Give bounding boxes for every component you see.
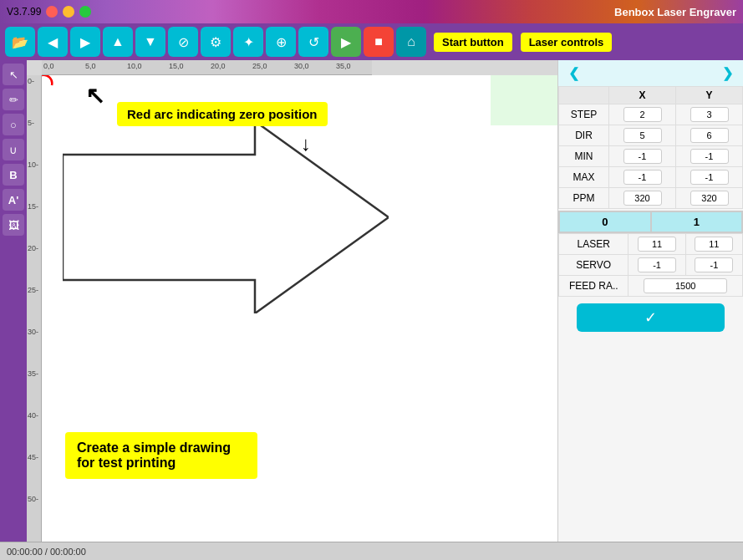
up-button[interactable]: ▲	[103, 27, 133, 57]
start-annotation: Start button	[434, 33, 512, 52]
pen-tool-button[interactable]: ✏	[3, 89, 24, 110]
step-y-input[interactable]	[690, 107, 729, 122]
ppm-label: PPM	[559, 188, 609, 209]
step-row: STEP	[559, 104, 743, 125]
play-button[interactable]: ▶	[331, 27, 361, 57]
ppm-x-cell	[609, 188, 676, 209]
laser-tab-1[interactable]: 1	[651, 211, 743, 232]
maximize-button[interactable]	[79, 6, 91, 18]
statusbar: 00:00:00 / 00:00:00	[0, 542, 743, 560]
arrow-drawing	[63, 121, 389, 313]
open-button[interactable]: 📂	[5, 27, 35, 57]
laser-y-input[interactable]	[695, 237, 733, 252]
left-toolbar: ↖ ✏ ○ ∪ B A' 🖼	[0, 60, 27, 542]
toolbar-annotations: Start button Laser controls	[430, 33, 612, 52]
laser-tab-0[interactable]: 0	[559, 211, 651, 232]
servo-x-cell	[628, 255, 685, 276]
zero-position-annotation: Red arc indicating zero position	[117, 102, 328, 126]
stop-button[interactable]: ■	[364, 27, 394, 57]
laser-parameters-table: LASER SERVO FEED RA..	[558, 233, 743, 297]
toolbar: 📂 ◀ ▶ ▲ ▼ ⊘ ⚙ ✦ ⊕ ↺ ▶ ■ ⌂ Start button L…	[0, 23, 743, 60]
settings2-button[interactable]: ✦	[233, 27, 263, 57]
feed-rate-label: FEED RA..	[559, 276, 628, 297]
laser-row: LASER	[559, 234, 743, 255]
zero-position-arc	[42, 75, 60, 94]
prev-button[interactable]: ◀	[38, 27, 68, 57]
ruler-v-10: 10-	[28, 160, 38, 169]
col-x-header: X	[609, 87, 676, 104]
ruler-v-20: 20-	[28, 244, 38, 252]
laser-tabs-row: 0 1	[558, 211, 743, 233]
ruler-h-0: 0,0	[43, 62, 54, 70]
ruler-v-30: 30-	[28, 328, 38, 336]
curve-tool-button[interactable]: ∪	[3, 139, 24, 160]
cancel-button[interactable]: ⊘	[168, 27, 198, 57]
max-x-input[interactable]	[623, 170, 662, 185]
nav-right-button[interactable]: ❯	[722, 65, 733, 81]
titlebar-left: V3.7.99	[7, 6, 91, 18]
ppm-x-input[interactable]	[623, 191, 662, 206]
circle-tool-button[interactable]: ○	[3, 114, 24, 135]
ruler-h-10: 10,0	[127, 62, 142, 70]
ruler-v-0: 0-	[28, 77, 34, 85]
confirm-button[interactable]: ✓	[577, 303, 725, 332]
servo-x-input[interactable]	[638, 257, 676, 272]
home-button[interactable]: ⌂	[396, 27, 426, 57]
ruler-v-45: 45-	[28, 453, 38, 461]
settings1-button[interactable]: ⚙	[201, 27, 231, 57]
minimize-button[interactable]	[63, 6, 74, 18]
max-y-input[interactable]	[690, 170, 729, 185]
ruler-v-35: 35-	[28, 369, 38, 378]
svg-marker-0	[63, 121, 389, 313]
down-button[interactable]: ▼	[135, 27, 165, 57]
dir-y-input[interactable]	[690, 128, 729, 143]
max-y-cell	[676, 167, 743, 188]
ruler-h-35: 35,0	[336, 62, 351, 70]
servo-y-cell	[685, 255, 742, 276]
select-tool-button[interactable]: ↖	[3, 64, 24, 85]
canvas-drawing-area[interactable]: Red arc indicating zero position ↖ ↓ Cre…	[42, 75, 557, 542]
center-button[interactable]: ⊕	[266, 27, 296, 57]
feed-rate-row: FEED RA..	[559, 276, 743, 297]
max-x-cell	[609, 167, 676, 188]
ruler-v-15: 15-	[28, 202, 38, 211]
min-row: MIN	[559, 146, 743, 167]
repeat-button[interactable]: ↺	[298, 27, 328, 57]
step-y-cell	[676, 104, 743, 125]
parameters-table: X Y STEP DIR MIN	[558, 86, 743, 209]
panel-nav: ❮ ❯	[558, 60, 743, 86]
time-display: 00:00:00 / 00:00:00	[7, 547, 86, 557]
feed-rate-cell	[628, 276, 743, 297]
step-x-input[interactable]	[623, 107, 662, 122]
main-area: ↖ ✏ ○ ∪ B A' 🖼 0,0 5,0 10,0 15,0 20,0 25…	[0, 60, 743, 542]
ruler-vertical: 0- 5- 10- 15- 20- 25- 30- 35- 40- 45- 50…	[27, 75, 42, 542]
min-x-cell	[609, 146, 676, 167]
feed-rate-input[interactable]	[644, 278, 727, 293]
dir-label: DIR	[559, 125, 609, 146]
laser-label: LASER	[559, 234, 628, 255]
close-button[interactable]	[46, 6, 58, 18]
min-y-cell	[676, 146, 743, 167]
image-tool-button[interactable]: 🖼	[3, 214, 24, 236]
ruler-h-5: 5,0	[85, 62, 96, 70]
a-tool-button[interactable]: A'	[3, 189, 24, 211]
ppm-row: PPM	[559, 188, 743, 209]
nav-left-button[interactable]: ❮	[568, 65, 579, 81]
ppm-y-input[interactable]	[690, 191, 729, 206]
min-y-input[interactable]	[690, 149, 729, 164]
laser-annotation: Laser controls	[521, 33, 613, 52]
next-button[interactable]: ▶	[70, 27, 100, 57]
dir-row: DIR	[559, 125, 743, 146]
max-row: MAX	[559, 167, 743, 188]
dir-x-input[interactable]	[623, 128, 662, 143]
b-tool-button[interactable]: B	[3, 164, 24, 186]
app-title: Benbox Laser Engraver	[614, 6, 736, 18]
ruler-h-30: 30,0	[294, 62, 309, 70]
ruler-v-40: 40-	[28, 411, 38, 420]
min-x-input[interactable]	[623, 149, 662, 164]
ruler-horizontal: 0,0 5,0 10,0 15,0 20,0 25,0 30,0 35,0 40…	[42, 60, 372, 75]
laser-x-input[interactable]	[638, 237, 676, 252]
col-label-header	[559, 87, 609, 104]
dir-x-cell	[609, 125, 676, 146]
servo-y-input[interactable]	[695, 257, 733, 272]
